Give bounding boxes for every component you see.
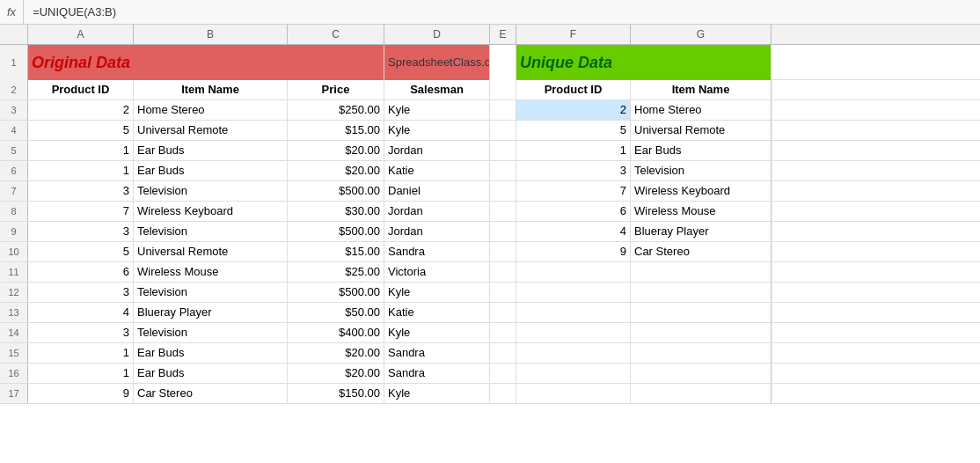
cell-d6[interactable]: Katie [384,161,490,180]
cell-d7[interactable]: Daniel [384,181,490,201]
cell-g17[interactable] [631,384,772,403]
cell-f8[interactable]: 6 [516,202,631,221]
rownum-13: 13 [0,303,28,322]
cell-c3[interactable]: $250.00 [288,100,384,120]
cell-c8[interactable]: $30.00 [288,202,384,221]
cell-b6[interactable]: Ear Buds [134,161,288,180]
cell-e10 [490,242,516,261]
cell-a16[interactable]: 1 [28,364,134,383]
cell-f12[interactable] [516,283,631,302]
cell-g16[interactable] [631,364,772,383]
cell-b12[interactable]: Television [134,283,288,302]
cell-b3[interactable]: Home Stereo [134,100,288,120]
cell-c6[interactable]: $20.00 [288,161,384,180]
row-9: 9 3 Television $500.00 Jordan 4 Blueray … [0,222,980,242]
cell-c4[interactable]: $15.00 [288,121,384,140]
cell-g15[interactable] [631,343,772,363]
cell-a9[interactable]: 3 [28,222,134,241]
cell-d16[interactable]: Sandra [384,364,490,383]
cell-c14[interactable]: $400.00 [288,323,384,342]
cell-f13[interactable] [516,303,631,322]
cell-b14[interactable]: Television [134,323,288,342]
cell-b11[interactable]: Wireless Mouse [134,262,288,282]
cell-b13[interactable]: Blueray Player [134,303,288,322]
rownum-12: 12 [0,283,28,302]
cell-d3[interactable]: Kyle [384,100,490,120]
cell-g8[interactable]: Wireless Mouse [631,202,772,221]
cell-b15[interactable]: Ear Buds [134,343,288,363]
cell-f11[interactable] [516,262,631,282]
cell-a5[interactable]: 1 [28,141,134,160]
cell-g13[interactable] [631,303,772,322]
cell-d15[interactable]: Sandra [384,343,490,363]
cell-c16[interactable]: $20.00 [288,364,384,383]
cell-b4[interactable]: Universal Remote [134,121,288,140]
cell-f14[interactable] [516,323,631,342]
cell-g12[interactable] [631,283,772,302]
cell-g11[interactable] [631,262,772,282]
cell-a7[interactable]: 3 [28,181,134,201]
rownum-8: 8 [0,202,28,221]
cell-c15[interactable]: $20.00 [288,343,384,363]
cell-f17[interactable] [516,384,631,403]
cell-c17[interactable]: $150.00 [288,384,384,403]
cell-f7[interactable]: 7 [516,181,631,201]
cell-b8[interactable]: Wireless Keyboard [134,202,288,221]
cell-a17[interactable]: 9 [28,384,134,403]
cell-f9[interactable]: 4 [516,222,631,241]
col-header-d: D [384,25,490,44]
cell-g14[interactable] [631,323,772,342]
cell-g5[interactable]: Ear Buds [631,141,772,160]
cell-e17 [490,384,516,403]
cell-f3[interactable]: 2 [516,100,631,120]
cell-a3[interactable]: 2 [28,100,134,120]
cell-d10[interactable]: Sandra [384,242,490,261]
cell-f16[interactable] [516,364,631,383]
cell-a15[interactable]: 1 [28,343,134,363]
cell-g10[interactable]: Car Stereo [631,242,772,261]
cell-g9[interactable]: Blueray Player [631,222,772,241]
cell-b10[interactable]: Universal Remote [134,242,288,261]
cell-a12[interactable]: 3 [28,283,134,302]
cell-d9[interactable]: Jordan [384,222,490,241]
cell-g4[interactable]: Universal Remote [631,121,772,140]
cell-g3[interactable]: Home Stereo [631,100,772,120]
cell-b7[interactable]: Television [134,181,288,201]
header-unique-item-name: Item Name [631,80,772,99]
cell-b5[interactable]: Ear Buds [134,141,288,160]
cell-b16[interactable]: Ear Buds [134,364,288,383]
cell-a8[interactable]: 7 [28,202,134,221]
cell-g7[interactable]: Wireless Keyboard [631,181,772,201]
cell-a4[interactable]: 5 [28,121,134,140]
cell-a14[interactable]: 3 [28,323,134,342]
cell-c13[interactable]: $50.00 [288,303,384,322]
cell-d11[interactable]: Victoria [384,262,490,282]
cell-a13[interactable]: 4 [28,303,134,322]
cell-a10[interactable]: 5 [28,242,134,261]
cell-d5[interactable]: Jordan [384,141,490,160]
cell-f5[interactable]: 1 [516,141,631,160]
cell-c7[interactable]: $500.00 [288,181,384,201]
cell-d4[interactable]: Kyle [384,121,490,140]
cell-b9[interactable]: Television [134,222,288,241]
cell-f15[interactable] [516,343,631,363]
cell-f6[interactable]: 3 [516,161,631,180]
col-header-a: A [28,25,134,44]
cell-f4[interactable]: 5 [516,121,631,140]
cell-c12[interactable]: $500.00 [288,283,384,302]
cell-b17[interactable]: Car Stereo [134,384,288,403]
cell-f10[interactable]: 9 [516,242,631,261]
cell-c9[interactable]: $500.00 [288,222,384,241]
cell-c5[interactable]: $20.00 [288,141,384,160]
cell-e4 [490,121,516,140]
cell-d14[interactable]: Kyle [384,323,490,342]
cell-a6[interactable]: 1 [28,161,134,180]
cell-d13[interactable]: Katie [384,303,490,322]
cell-d12[interactable]: Kyle [384,283,490,302]
cell-c11[interactable]: $25.00 [288,262,384,282]
cell-c10[interactable]: $15.00 [288,242,384,261]
cell-a11[interactable]: 6 [28,262,134,282]
cell-d8[interactable]: Jordan [384,202,490,221]
cell-d17[interactable]: Kyle [384,384,490,403]
cell-g6[interactable]: Television [631,161,772,180]
